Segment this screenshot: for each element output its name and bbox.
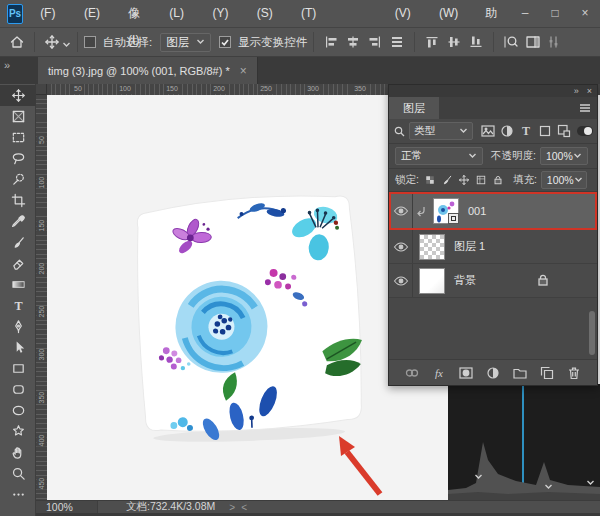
eraser-tool[interactable] [0, 253, 36, 274]
path-select-tool[interactable] [0, 337, 36, 358]
mask-icon[interactable] [457, 364, 475, 382]
visibility-eye-icon[interactable] [389, 264, 413, 297]
status-bar: 100% 文档:732.4K/3.08M > < [36, 500, 600, 516]
align-right-icon[interactable] [364, 31, 386, 53]
filter-type-dropdown[interactable]: 类型 [409, 122, 473, 140]
brush-icon[interactable] [440, 173, 455, 188]
ruler-mark: 450 [37, 479, 47, 490]
layer-name[interactable]: 背景 [454, 273, 476, 288]
layer-name[interactable]: 001 [468, 205, 486, 217]
auto-select-checkbox[interactable] [84, 36, 96, 48]
gradient-tool[interactable] [0, 274, 36, 295]
document-size-info: 文档:732.4K/3.08M [126, 500, 215, 514]
align-top-icon[interactable] [421, 31, 443, 53]
ruler-mark: 400 [37, 436, 47, 447]
zoom-tool[interactable] [0, 463, 36, 484]
visibility-eye-icon[interactable] [389, 230, 413, 263]
lasso-tool[interactable] [0, 148, 36, 169]
panel-scrollbar[interactable] [589, 311, 595, 355]
show-transform-checkbox[interactable] [219, 36, 231, 48]
quick-select-tool[interactable] [0, 169, 36, 190]
maximize-button[interactable]: □ [540, 0, 570, 27]
layer-thumbnail[interactable] [433, 198, 459, 224]
trash-icon[interactable] [565, 364, 583, 382]
fx-icon[interactable]: fx [430, 364, 448, 382]
opacity-dropdown[interactable]: 100% [540, 147, 588, 165]
ruler-mark: 350 [37, 393, 47, 404]
folder-icon[interactable] [511, 364, 529, 382]
hand-tool[interactable] [0, 442, 36, 463]
layer-name[interactable]: 图层 1 [454, 239, 485, 254]
search-icon[interactable] [500, 31, 522, 53]
more-tools-tool[interactable] [0, 484, 36, 505]
adjustment-filter-icon[interactable] [498, 123, 515, 140]
align-bottom-icon[interactable] [465, 31, 487, 53]
zoom-level[interactable]: 100% [36, 501, 98, 513]
marquee-tool[interactable] [0, 127, 36, 148]
checker-icon[interactable] [423, 173, 438, 188]
workspace-icon[interactable] [522, 31, 544, 53]
panel-tabs: 图层 [389, 97, 597, 119]
chevron-down-icon [573, 150, 582, 162]
move-tool-icon[interactable] [41, 31, 63, 53]
tab-layers[interactable]: 图层 [389, 97, 439, 119]
auto-select-target-dropdown[interactable]: 图层 [160, 33, 211, 52]
visibility-eye-icon[interactable] [389, 192, 413, 229]
brush-tool[interactable] [0, 232, 36, 253]
layer-thumbnail[interactable] [419, 268, 445, 294]
rectangle-tool[interactable] [0, 358, 36, 379]
image-filter-icon[interactable] [479, 123, 496, 140]
close-button[interactable]: × [570, 0, 600, 27]
custom-shape-tool[interactable] [0, 421, 36, 442]
crop-tool[interactable] [0, 190, 36, 211]
move-tool[interactable] [0, 85, 36, 106]
adjustment-filter-icon[interactable] [484, 364, 502, 382]
eyedropper-tool[interactable] [0, 211, 36, 232]
smart-filter-icon[interactable] [555, 123, 572, 140]
fill-dropdown[interactable]: 100% [541, 171, 587, 189]
align-left-icon[interactable] [320, 31, 342, 53]
shape-filter-icon[interactable] [536, 123, 553, 140]
smart-object-badge-icon [448, 213, 459, 224]
tab-close-icon[interactable]: × [240, 64, 247, 78]
tab-overflow-icon[interactable]: » [4, 59, 10, 71]
document-tab[interactable]: timg (3).jpg @ 100% (001, RGB/8#) * × [38, 57, 258, 84]
frame-tool[interactable] [0, 106, 36, 127]
status-expand-icon[interactable]: > [229, 502, 235, 513]
filter-icon-buttons: T [479, 123, 572, 140]
type-filter-icon[interactable]: T [517, 123, 534, 140]
layer-row-背景[interactable]: 背景 [389, 264, 597, 298]
panel-close-icon[interactable]: × [587, 86, 592, 96]
layer-row-001[interactable]: 001 [389, 192, 597, 230]
home-icon[interactable] [6, 31, 28, 53]
extras-icon[interactable] [544, 31, 566, 53]
panel-collapse-icon[interactable]: » [574, 86, 579, 96]
ruler-mark: 100 [118, 84, 132, 94]
layer-row-图层 1[interactable]: 图层 1 [389, 230, 597, 264]
distribute-icon[interactable] [386, 31, 408, 53]
move-icon[interactable] [457, 173, 472, 188]
minimize-button[interactable]: – [510, 0, 540, 27]
vertical-ruler: 50100150200250300350400450 [36, 95, 47, 500]
align-middle-icon[interactable] [443, 31, 465, 53]
new-layer-icon[interactable] [538, 364, 556, 382]
blend-mode-dropdown[interactable]: 正常 [395, 147, 483, 165]
type-tool[interactable]: T [0, 295, 36, 316]
lock-icon[interactable] [491, 173, 506, 188]
ellipse-tool[interactable] [0, 400, 36, 421]
link-icon[interactable] [403, 364, 421, 382]
rounded-rectangle-tool[interactable] [0, 379, 36, 400]
panel-menu-icon[interactable] [577, 97, 597, 119]
chevron-down-icon[interactable] [586, 476, 595, 490]
lock-icon-buttons [422, 173, 507, 188]
pen-tool[interactable] [0, 316, 36, 337]
artboard-lock-icon[interactable] [474, 173, 489, 188]
align-center-h-icon[interactable] [342, 31, 364, 53]
status-collapse-icon[interactable]: < [241, 502, 247, 513]
photoshop-logo: Ps [7, 4, 23, 24]
chevron-down-icon[interactable] [544, 480, 553, 494]
chevron-down-icon[interactable] [474, 470, 483, 484]
fill-label: 填充: [513, 173, 537, 187]
layer-thumbnail[interactable] [419, 234, 445, 260]
filter-pin-toggle[interactable] [577, 126, 593, 136]
